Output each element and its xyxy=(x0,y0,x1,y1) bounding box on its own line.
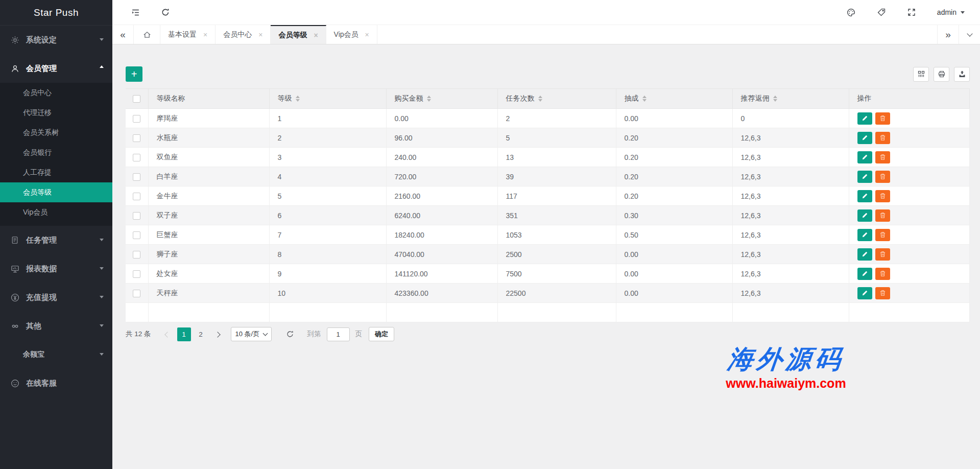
row-checkbox[interactable] xyxy=(133,212,140,220)
delete-button[interactable] xyxy=(875,268,890,280)
delete-button[interactable] xyxy=(875,132,890,144)
sidebar-item-task-management[interactable]: 任务管理 xyxy=(0,226,112,254)
edit-button[interactable] xyxy=(857,229,872,241)
print-button[interactable] xyxy=(934,67,949,82)
column-header-referral-rebate[interactable]: 推荐返佣 xyxy=(732,89,849,109)
cell-commission: 0.20 xyxy=(616,148,732,167)
sidebar-subitem[interactable]: 人工存提 xyxy=(0,162,112,182)
sort-icon[interactable] xyxy=(538,96,542,102)
sidebar-item-recharge-withdraw[interactable]: 充值提现 xyxy=(0,283,112,312)
delete-button[interactable] xyxy=(875,171,890,183)
edit-button[interactable] xyxy=(857,287,872,299)
page-number-button[interactable]: 1 xyxy=(177,327,191,341)
sidebar-item-other[interactable]: 其他 xyxy=(0,312,112,340)
delete-button[interactable] xyxy=(875,209,890,222)
cell-referral-rebate: 12,6,3 xyxy=(732,128,849,148)
select-all-checkbox[interactable] xyxy=(133,95,140,103)
tag-icon[interactable] xyxy=(877,8,886,17)
row-checkbox[interactable] xyxy=(133,270,140,278)
columns-filter-button[interactable] xyxy=(913,67,929,82)
sort-icon[interactable] xyxy=(427,96,431,102)
confirm-button[interactable]: 确定 xyxy=(369,327,394,341)
user-menu[interactable]: admin xyxy=(937,8,965,16)
sort-icon[interactable] xyxy=(642,96,647,102)
menu-collapse-icon[interactable] xyxy=(131,8,140,17)
sidebar-subitem[interactable]: 会员银行 xyxy=(0,143,112,162)
add-button[interactable]: + xyxy=(126,66,142,82)
row-checkbox[interactable] xyxy=(133,231,140,239)
delete-button[interactable] xyxy=(875,229,890,241)
sidebar-item-online-service[interactable]: 在线客服 xyxy=(0,369,112,397)
tabs-scroll-left-button[interactable]: « xyxy=(112,25,134,44)
sidebar-item-report-data[interactable]: 报表数据 xyxy=(0,254,112,283)
column-header-commission[interactable]: 抽成 xyxy=(616,89,732,109)
edit-button[interactable] xyxy=(857,112,872,125)
next-page-button[interactable] xyxy=(216,331,220,338)
cell-actions xyxy=(849,206,970,225)
home-tab-button[interactable] xyxy=(134,25,160,44)
column-header-task-count[interactable]: 任务次数 xyxy=(497,89,616,109)
close-icon[interactable]: × xyxy=(314,32,318,39)
pagination-refresh-icon[interactable] xyxy=(286,330,294,338)
delete-button[interactable] xyxy=(875,151,890,163)
sidebar-subitem[interactable]: 会员等级 xyxy=(0,182,112,202)
sort-icon[interactable] xyxy=(773,96,777,102)
row-checkbox[interactable] xyxy=(133,193,140,200)
row-checkbox[interactable] xyxy=(133,251,140,259)
chevron-right-icon xyxy=(214,332,220,337)
edit-button[interactable] xyxy=(857,151,872,163)
main-area: admin « 基本设置 × 会员中心 × 会员等级 xyxy=(112,0,980,469)
palette-icon[interactable] xyxy=(846,8,856,17)
yen-icon xyxy=(11,293,19,302)
close-icon[interactable]: × xyxy=(203,31,207,38)
close-icon[interactable]: × xyxy=(258,31,262,38)
tab[interactable]: Vip会员 × xyxy=(326,25,377,44)
row-checkbox[interactable] xyxy=(133,154,140,161)
tab[interactable]: 会员中心 × xyxy=(216,25,271,44)
refresh-icon[interactable] xyxy=(161,8,170,17)
close-icon[interactable]: × xyxy=(365,31,369,38)
sidebar-subitem[interactable]: 代理迁移 xyxy=(0,103,112,123)
prev-page-button[interactable] xyxy=(165,331,170,338)
cell-referral-rebate: 12,6,3 xyxy=(732,206,849,225)
cell-actions xyxy=(849,148,970,167)
delete-button[interactable] xyxy=(875,248,890,261)
export-button[interactable] xyxy=(954,67,970,82)
tabs-scroll-right-button[interactable]: » xyxy=(937,25,959,44)
column-header-level[interactable]: 等级 xyxy=(269,89,386,109)
delete-button[interactable] xyxy=(875,190,890,202)
edit-button[interactable] xyxy=(857,209,872,222)
page-number-button[interactable]: 2 xyxy=(194,327,208,341)
sidebar-item-system-settings[interactable]: 系统设定 xyxy=(0,26,112,54)
row-checkbox[interactable] xyxy=(133,173,140,181)
edit-button[interactable] xyxy=(857,132,872,144)
edit-button[interactable] xyxy=(857,268,872,280)
edit-button[interactable] xyxy=(857,248,872,261)
table-row: 处女座 9 141120.00 7500 0.00 12,6,3 xyxy=(126,264,970,284)
cell-commission: 0.30 xyxy=(616,206,732,225)
chevron-down-icon xyxy=(967,31,972,36)
tab[interactable]: 基本设置 × xyxy=(160,25,216,44)
sidebar-subitem[interactable]: Vip会员 xyxy=(0,202,112,222)
sidebar-subitem[interactable]: 会员中心 xyxy=(0,83,112,103)
row-checkbox[interactable] xyxy=(133,115,140,123)
sidebar-item-yuebao[interactable]: 余额宝 xyxy=(0,340,112,369)
tabbar-spacer xyxy=(377,25,937,44)
goto-page-input[interactable] xyxy=(327,327,350,341)
row-checkbox[interactable] xyxy=(133,290,140,297)
sidebar-item-member-management[interactable]: 会员管理 xyxy=(0,54,112,83)
cell-level-name: 双鱼座 xyxy=(148,148,269,167)
tab[interactable]: 会员等级 × xyxy=(271,25,326,44)
tabs-menu-button[interactable] xyxy=(959,25,980,44)
sidebar-subitem[interactable]: 会员关系树 xyxy=(0,123,112,143)
delete-button[interactable] xyxy=(875,287,890,299)
edit-button[interactable] xyxy=(857,190,872,202)
page-size-select[interactable]: 10 条/页 xyxy=(231,327,272,341)
sort-icon[interactable] xyxy=(296,96,300,102)
column-header-buy-amount[interactable]: 购买金额 xyxy=(386,89,497,109)
cell-task-count: 351 xyxy=(497,206,616,225)
row-checkbox[interactable] xyxy=(133,134,140,142)
delete-button[interactable] xyxy=(875,112,890,125)
fullscreen-icon[interactable] xyxy=(907,8,916,17)
edit-button[interactable] xyxy=(857,171,872,183)
